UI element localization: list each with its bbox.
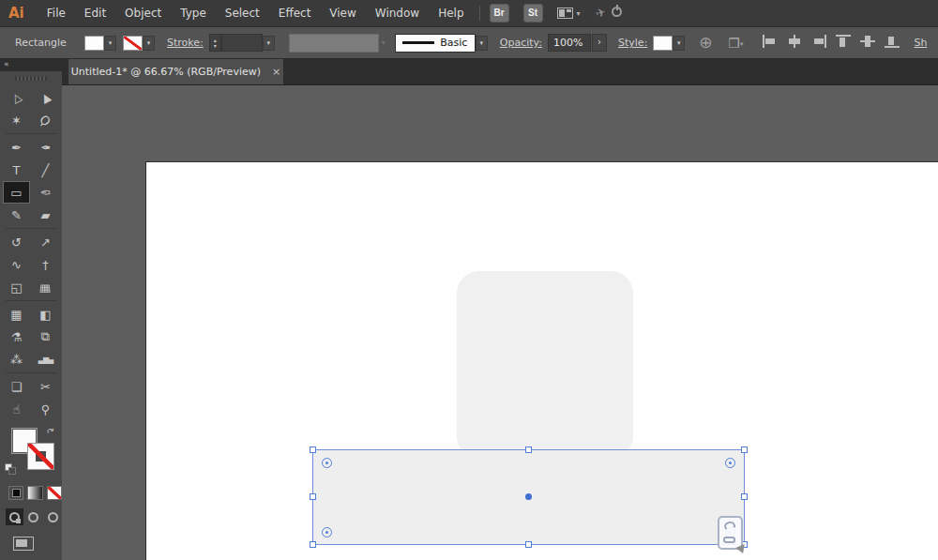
eraser-tool[interactable]: ▰ [32,204,59,226]
globe-icon[interactable]: ⊕ [699,34,717,52]
column-graph-tool[interactable]: ▃▆▄ [32,348,59,371]
rounded-rectangle-shape[interactable] [457,271,633,459]
rotate-tool[interactable]: ↺ [3,231,30,253]
menu-view[interactable]: View [320,0,365,27]
stroke-color-swatch[interactable] [123,36,143,51]
gradient-tool[interactable]: ◧ [32,303,59,325]
menu-edit[interactable]: Edit [75,0,115,27]
chevron-down-icon[interactable]: ▾ [577,9,581,18]
workspace-switcher-icon[interactable] [557,8,573,19]
opacity-field[interactable]: 100% [548,34,591,52]
fill-chevron-icon[interactable]: ▾ [104,36,116,51]
stock-button[interactable]: St [523,4,543,23]
selection-handle-sw[interactable] [310,541,316,548]
lasso-tool[interactable]: Ϙ [32,109,59,131]
draw-behind-button[interactable] [24,508,42,525]
curvature-tool[interactable]: ✒ [32,136,59,159]
selection-center-point[interactable] [525,493,532,500]
width-profile-dropdown[interactable] [289,34,379,53]
line-segment-tool[interactable]: ╱ [32,159,59,181]
fill-color-swatch[interactable] [84,36,104,51]
style-chevron-icon[interactable]: ▾ [673,36,685,51]
bridge-button[interactable]: Br [490,4,509,23]
vertical-align-top-icon[interactable] [836,35,851,48]
default-fill-stroke-icon[interactable] [5,463,18,475]
style-panel-link[interactable]: Style: [618,37,647,49]
selection-handle-ne[interactable] [741,446,748,453]
brush-definition-dropdown[interactable]: Basic [395,34,476,53]
graphic-style-swatch[interactable] [653,36,673,51]
puppet-warp-tool[interactable]: † [32,253,59,276]
draw-inside-button[interactable] [44,508,62,525]
rectangle-tool[interactable]: ▭ [3,181,30,204]
vertical-align-bottom-icon[interactable] [885,35,900,48]
corner-radius-widget-tl[interactable] [322,458,332,468]
stroke-weight-stepper[interactable]: ▴▾ [209,34,221,52]
menu-help[interactable]: Help [429,0,473,27]
selection-handle-nw[interactable] [310,446,316,453]
artboard-tool[interactable]: ❏ [3,375,30,398]
collapse-panel-icon[interactable]: « [4,59,9,68]
gradient-button[interactable] [27,486,42,500]
shape-label-partial: Sh [914,37,927,49]
gpu-performance-icon[interactable]: ✈ [596,4,624,23]
canvas[interactable] [62,85,938,560]
shape-builder-tool[interactable]: ◱ [3,276,30,298]
perspective-grid-tool[interactable]: ▦ [32,276,59,298]
corner-radius-widget-tr[interactable] [725,458,735,468]
close-tab-icon[interactable]: × [272,66,280,78]
opacity-options-button[interactable]: › [592,34,607,52]
menu-type[interactable]: Type [171,0,216,27]
menu-file[interactable]: File [38,0,75,27]
draw-normal-button[interactable] [6,508,23,525]
selection-handle-e[interactable] [741,493,748,500]
menu-bar: Ai FileEditObjectTypeSelectEffectViewWin… [0,0,938,27]
selection-handle-s[interactable] [525,541,532,548]
scale-tool[interactable]: ↗ [32,231,59,253]
brush-chevron-icon[interactable]: ▾ [476,36,488,51]
menu-object[interactable]: Object [115,0,171,27]
horizontal-align-left-icon[interactable] [763,35,778,48]
width-tool[interactable]: ∿ [3,253,30,276]
stroke-weight-chevron-icon[interactable]: ▾ [263,36,275,51]
slice-tool[interactable]: ✂ [32,375,59,398]
selected-rectangle-shape[interactable] [312,449,745,545]
left-column: « △▲✶Ϙ✒✒T╱▭✑✎▰↺↗∿†◱▦▦◧⚗⧉⁂▃▆▄❏✂☝⚲ ↷ [0,59,62,560]
menu-effect[interactable]: Effect [269,0,321,27]
blend-tool[interactable]: ⧉ [32,325,59,348]
swap-fill-stroke-icon[interactable]: ↷ [44,425,56,438]
type-tool[interactable]: T [3,159,30,181]
hand-tool[interactable]: ☝ [3,398,30,420]
stroke-chevron-icon[interactable]: ▾ [143,36,155,51]
color-button[interactable] [8,486,23,500]
screen-mode-button[interactable] [13,537,34,551]
selection-handle-n[interactable] [525,446,532,453]
direct-selection-tool[interactable]: ▲ [32,86,59,109]
pen-tool[interactable]: ✒ [3,136,30,159]
shaper-tool[interactable]: ✎ [3,204,30,226]
horizontal-align-right-icon[interactable] [811,35,826,48]
zoom-tool[interactable]: ⚲ [32,398,59,420]
paintbrush-tool[interactable]: ✑ [32,181,59,204]
mesh-tool[interactable]: ▦ [3,303,30,325]
magic-wand-tool[interactable]: ✶ [3,109,30,131]
stroke-swatch[interactable] [27,443,54,470]
document-tab[interactable]: Untitled-1* @ 66.67% (RGB/Preview) × [68,59,283,84]
eyedropper-tool[interactable]: ⚗ [3,325,30,348]
panel-grip[interactable] [15,76,47,81]
stroke-panel-link[interactable]: Stroke: [167,37,204,49]
tool-group-separator [6,372,56,373]
horizontal-align-center-icon[interactable] [787,35,802,48]
opacity-panel-link[interactable]: Opacity: [500,37,542,49]
corner-radius-widget-bl[interactable] [322,527,332,537]
selection-handle-w[interactable] [310,493,316,500]
document-setup-icon[interactable]: ❐▾ [728,36,743,51]
perspective-grid-tool-icon: ▦ [39,282,53,294]
menu-window[interactable]: Window [366,0,429,27]
none-button[interactable] [47,486,62,500]
symbol-sprayer-tool[interactable]: ⁂ [3,348,30,371]
menu-select[interactable]: Select [216,0,269,27]
selection-tool[interactable]: △ [3,86,30,109]
stroke-weight-field[interactable] [221,34,263,52]
vertical-align-center-icon[interactable] [860,35,875,48]
